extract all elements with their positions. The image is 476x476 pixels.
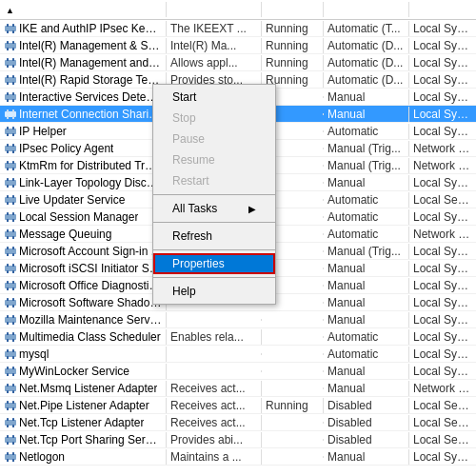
- context-menu-item-restart: Restart: [153, 170, 275, 191]
- svg-rect-5: [5, 43, 16, 49]
- svg-rect-99: [12, 356, 14, 359]
- cell-startup: Manual: [324, 89, 409, 105]
- service-icon: [4, 313, 17, 327]
- cell-status: [262, 456, 324, 458]
- cell-desc: Receives act...: [167, 381, 262, 396]
- svg-rect-65: [5, 248, 16, 254]
- svg-rect-89: [12, 322, 14, 325]
- header-startup[interactable]: [324, 2, 409, 17]
- svg-rect-58: [7, 219, 9, 222]
- svg-rect-108: [7, 390, 9, 393]
- svg-rect-93: [7, 339, 9, 342]
- cell-desc: Receives act...: [167, 398, 262, 413]
- cell-name: Internet Connection Sharin...: [0, 107, 167, 122]
- svg-rect-19: [12, 82, 14, 85]
- svg-rect-53: [7, 202, 9, 205]
- svg-rect-14: [12, 65, 14, 68]
- header-desc[interactable]: [167, 2, 262, 17]
- context-menu-item-refresh[interactable]: Refresh: [153, 226, 275, 247]
- context-menu-item-properties[interactable]: Properties: [153, 253, 275, 274]
- table-row[interactable]: mysql Automatic Local Syste...: [0, 346, 476, 363]
- table-row[interactable]: Netlogon Maintains a ... Manual Local Sy…: [0, 448, 476, 466]
- svg-rect-86: [7, 315, 9, 318]
- svg-rect-61: [7, 229, 9, 232]
- cell-status: Running: [262, 398, 324, 413]
- table-row[interactable]: IKE and AuthIP IPsec Keying... The IKEEX…: [0, 20, 476, 37]
- svg-rect-18: [7, 82, 9, 85]
- cell-logon: Local Syste...: [409, 347, 476, 362]
- svg-rect-115: [5, 420, 16, 426]
- svg-rect-67: [12, 247, 14, 249]
- cell-status: [262, 370, 324, 372]
- cell-name: MyWinLocker Service: [0, 364, 167, 379]
- svg-rect-119: [12, 425, 14, 427]
- cell-logon: Local Syste...: [409, 55, 476, 70]
- svg-rect-110: [5, 403, 16, 408]
- svg-rect-70: [5, 266, 16, 271]
- context-menu-separator: [153, 194, 275, 195]
- svg-rect-91: [7, 332, 9, 335]
- cell-logon: Local Service: [409, 415, 476, 430]
- cell-status: Running: [262, 38, 324, 53]
- svg-rect-13: [7, 65, 9, 68]
- table-row[interactable]: Net.Tcp Port Sharing Service Provides ab…: [0, 431, 476, 448]
- table-row[interactable]: Net.Pipe Listener Adapter Receives act..…: [0, 397, 476, 414]
- svg-rect-44: [12, 168, 14, 170]
- service-icon: [4, 296, 17, 309]
- svg-rect-128: [7, 459, 9, 462]
- header-status[interactable]: [262, 2, 324, 17]
- table-row[interactable]: Net.Msmq Listener Adapter Receives act..…: [0, 380, 476, 397]
- svg-rect-51: [7, 195, 9, 198]
- table-row[interactable]: Intel(R) Management and S... Allows appl…: [0, 54, 476, 71]
- svg-rect-109: [12, 390, 14, 393]
- svg-rect-0: [5, 26, 16, 31]
- table-row[interactable]: MyWinLocker Service Manual Local Syste..…: [0, 363, 476, 380]
- svg-rect-20: [5, 94, 16, 100]
- table-row[interactable]: Intel(R) Management & Sec... Intel(R) Ma…: [0, 37, 476, 54]
- cell-desc: Maintains a ...: [167, 449, 262, 465]
- context-menu-item-resume: Resume: [153, 149, 275, 170]
- context-menu-item-start[interactable]: Start: [153, 87, 275, 108]
- cell-logon: Local Syste...: [409, 364, 476, 379]
- svg-rect-104: [12, 373, 14, 376]
- cell-startup: Automatic (D...: [324, 38, 409, 53]
- service-icon: [4, 56, 17, 69]
- cell-logon: Local Syste...: [409, 449, 476, 465]
- svg-rect-37: [12, 144, 14, 147]
- service-icon: [4, 279, 17, 292]
- table-row[interactable]: Multimedia Class Scheduler Enables rela.…: [0, 328, 476, 346]
- cell-startup: Disabled: [324, 415, 409, 430]
- context-menu-item-all-tasks[interactable]: All Tasks▶: [153, 198, 275, 219]
- cell-logon: Network S...: [409, 141, 476, 156]
- table-row[interactable]: Net.Tcp Listener Adapter Receives act...…: [0, 414, 476, 431]
- svg-rect-74: [12, 270, 14, 273]
- svg-rect-69: [12, 253, 14, 256]
- svg-rect-96: [7, 349, 9, 352]
- table-row[interactable]: Mozilla Maintenance Service Manual Local…: [0, 311, 476, 328]
- svg-rect-113: [7, 407, 9, 410]
- cell-logon: Local Service: [409, 192, 476, 208]
- cell-logon: Local Syste...: [409, 295, 476, 310]
- header-logon[interactable]: [409, 2, 476, 17]
- header-name[interactable]: ▲: [0, 2, 167, 17]
- cell-name: Net.Pipe Listener Adapter: [0, 398, 167, 413]
- svg-rect-64: [12, 236, 14, 239]
- svg-rect-45: [5, 180, 16, 186]
- service-icon: [4, 39, 17, 52]
- svg-rect-29: [12, 116, 14, 119]
- svg-rect-22: [12, 92, 14, 95]
- cell-name: IPsec Policy Agent: [0, 141, 167, 156]
- cell-startup: Disabled: [324, 398, 409, 413]
- svg-rect-81: [7, 298, 9, 301]
- context-menu-item-help[interactable]: Help: [153, 281, 275, 302]
- svg-rect-54: [12, 202, 14, 205]
- cell-logon: Network S...: [409, 158, 476, 173]
- service-icon: [4, 210, 17, 224]
- cell-status: [262, 336, 324, 338]
- service-icon: [4, 193, 17, 207]
- svg-rect-97: [12, 349, 14, 352]
- svg-rect-120: [5, 437, 16, 443]
- svg-rect-3: [7, 30, 9, 33]
- cell-logon: Local Syste...: [409, 38, 476, 53]
- svg-rect-129: [12, 459, 14, 462]
